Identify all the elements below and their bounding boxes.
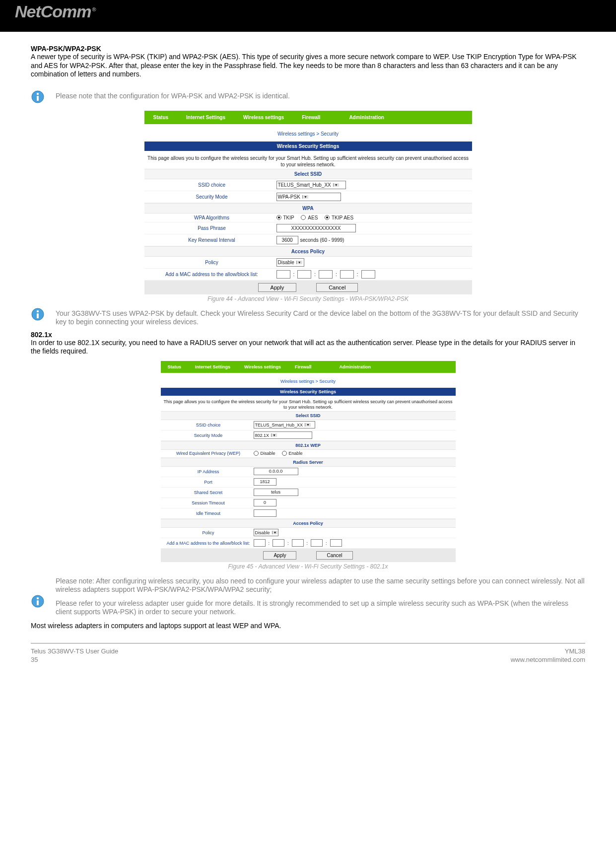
mac-2[interactable] [273,539,284,547]
subheader-policy: Access Policy [161,519,456,528]
policy-select[interactable]: Disable [276,258,304,267]
radio-tkip[interactable] [276,215,281,220]
mac-5[interactable] [330,539,342,547]
breadcrumb: Wireless settings > Security [144,124,472,142]
keyren-input[interactable]: 3600 [276,236,298,244]
ssid-select[interactable]: TELUS_Smart_Hub_XX [276,181,346,189]
closing-text: Most wireless adapters in computers and … [31,622,585,631]
page-footer: Telus 3G38WV-TS User Guide 35 YML38 www.… [31,643,585,669]
section2-body: In order to use 802.1X security, you nee… [31,339,585,356]
row-keyren: Key Renewal Interval 3600 seconds (60 - … [144,234,472,246]
footer-doc-code: YML38 [511,647,585,656]
footer-url: www.netcommlimited.com [511,656,585,664]
note2-text: Your 3G38WV-TS uses WPA2-PSK by default.… [56,307,585,327]
note3-text-wrap: Please note: After configuring wireless … [56,577,585,617]
svg-rect-8 [37,600,39,605]
policy-label: Policy [147,260,276,265]
band-title: Wireless Security Settings [161,388,456,396]
mac-5[interactable] [361,270,375,279]
tab-wireless[interactable]: Wireless settings [234,111,293,124]
ssid-label: SSID choice [147,182,276,188]
opt-tkipaes: TKIP AES [332,215,353,220]
idle-label: Idle Timeout [163,511,254,516]
subheader-wep: 802.1x WEP [161,441,456,450]
note2-row: Your 3G38WV-TS uses WPA2-PSK by default.… [31,307,585,327]
row-secmode: Security Mode 802.1X [161,430,456,441]
ip-label: IP Address [163,469,254,474]
subheader-wpa: WPA [144,203,472,214]
sess-label: Session Timeout [163,500,254,505]
mac-4[interactable] [311,539,323,547]
pass-input[interactable]: XXXXXXXXXXXXXXX [276,224,356,232]
secmode-select[interactable]: WPA-PSK [276,193,341,201]
tab-internet[interactable]: Internet Settings [188,361,237,373]
row-wpaalg: WPA Algorithms TKIP AES TKIP AES [144,214,472,222]
row-mac: Add a MAC address to the allow/block lis… [144,269,472,281]
svg-rect-4 [37,310,39,312]
mac-3[interactable] [292,539,304,547]
tab-status[interactable]: Status [144,111,178,124]
ssid-select[interactable]: TELUS_Smart_Hub_XX [254,421,315,428]
ssid-label: SSID choice [163,423,254,428]
svg-rect-7 [37,597,39,599]
button-bar: Apply Cancel [144,281,472,294]
sess-input[interactable]: 0 [254,499,276,506]
figure44-caption: Figure 44 - Advanced View - Wi-Fi Securi… [31,295,585,302]
secmode-label: Security Mode [147,194,276,200]
mac-1[interactable] [276,270,290,279]
section1-title: WPA-PSK/WPA2-PSK [31,45,585,53]
tab-firewall[interactable]: Firewall [293,111,329,124]
row-wep: Wired Equivalent Privacy (WEP) Disable E… [161,450,456,458]
secmode-select[interactable]: 802.1X [254,431,312,439]
figure45-wrap: Status Internet Settings Wireless settin… [31,361,585,570]
policy-select[interactable]: Disable [254,529,278,536]
port-label: Port [163,480,254,485]
tab-status[interactable]: Status [161,361,189,373]
row-policy: Policy Disable [161,528,456,538]
tab-firewall[interactable]: Firewall [288,361,319,373]
idle-input[interactable] [254,509,276,517]
cancel-button[interactable]: Cancel [316,551,352,560]
mac-1[interactable] [254,539,266,547]
opt-enable: Enable [289,451,303,456]
breadcrumb: Wireless settings > Security [161,373,456,388]
mac-2[interactable] [297,270,311,279]
brand-text: NetComm [15,2,91,21]
radio-tkipaes[interactable] [325,215,330,220]
radio-disable[interactable] [254,451,259,456]
figure45-caption: Figure 45 - Advanced View - Wi-Fi Securi… [31,563,585,570]
row-idle: Idle Timeout [161,508,456,519]
page-content: WPA-PSK/WPA2-PSK A newer type of securit… [0,32,616,634]
radio-aes[interactable] [301,215,306,220]
pass-label: Pass Phrase [147,225,276,231]
ip-input[interactable]: 0.0.0.0 [254,468,298,475]
router-panel-wpapsk: Status Internet Settings Wireless settin… [144,111,472,294]
subheader-ssid: Select SSID [144,169,472,179]
tab-wireless[interactable]: Wireless settings [237,361,288,373]
row-mac: Add a MAC address to the allow/block lis… [161,538,456,549]
opt-tkip: TKIP [283,215,294,220]
info-icon [31,594,45,608]
cancel-button[interactable]: Cancel [316,283,358,292]
apply-button[interactable]: Apply [263,551,296,560]
radio-enable[interactable] [282,451,287,456]
row-pass: Pass Phrase XXXXXXXXXXXXXXX [144,222,472,234]
port-input[interactable]: 1812 [254,478,276,486]
apply-button[interactable]: Apply [258,283,297,292]
subheader-radius: Radius Server [161,458,456,467]
mac-label: Add a MAC address to the allow/block lis… [163,541,254,546]
mac-3[interactable] [319,270,333,279]
secret-input[interactable]: telus [254,489,298,496]
tab-admin[interactable]: Administration [340,111,393,124]
row-secret: Shared Secret telus [161,488,456,498]
note3-row: Please note: After configuring wireless … [31,577,585,617]
row-sess: Session Timeout 0 [161,498,456,508]
mac-4[interactable] [340,270,354,279]
button-bar: Apply Cancel [161,549,456,562]
footer-guide-title: Telus 3G38WV-TS User Guide [31,647,118,656]
info-icon [31,90,45,104]
tab-internet[interactable]: Internet Settings [177,111,234,124]
footer-page-number: 35 [31,656,118,664]
tab-admin[interactable]: Administration [333,361,378,373]
opt-aes: AES [308,215,318,220]
